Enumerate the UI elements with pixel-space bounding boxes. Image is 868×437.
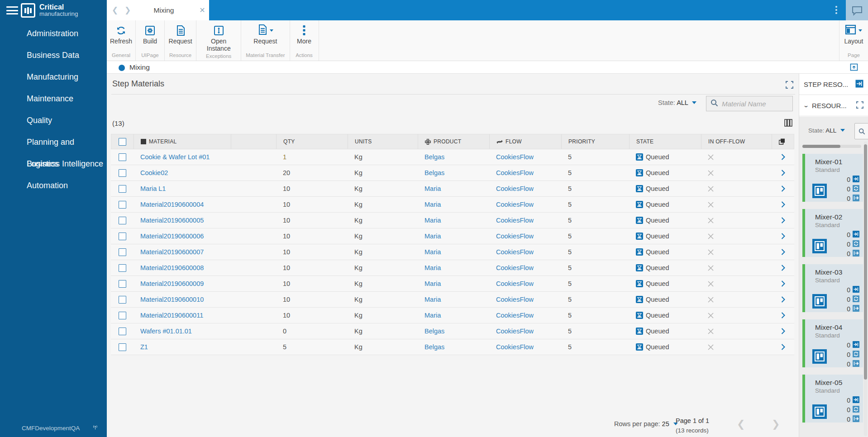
col-state[interactable]: STATE bbox=[630, 134, 701, 149]
product-link[interactable]: Maria bbox=[424, 280, 441, 287]
row-expand-chevron-icon[interactable] bbox=[772, 185, 794, 192]
flow-link[interactable]: CookiesFlow bbox=[496, 217, 534, 224]
row-expand-chevron-icon[interactable] bbox=[772, 265, 794, 271]
row-checkbox[interactable] bbox=[119, 296, 126, 304]
resource-search-box[interactable] bbox=[854, 123, 868, 139]
build-button[interactable]: Build bbox=[143, 20, 157, 51]
resource-state-filter-dropdown[interactable]: State: ALL bbox=[808, 127, 845, 134]
material-link[interactable]: Material20190600006 bbox=[140, 233, 204, 240]
material-link[interactable]: Material20190600005 bbox=[140, 217, 204, 224]
sidebar-item[interactable]: Manufacturing bbox=[0, 66, 107, 88]
row-checkbox[interactable] bbox=[119, 328, 126, 335]
search-input[interactable] bbox=[722, 100, 785, 108]
table-row[interactable]: Material20190600007 10 Kg Maria CookiesF… bbox=[111, 244, 794, 260]
table-row[interactable]: Cookie & Wafer Lot #01 1 Kg Belgas Cooki… bbox=[111, 149, 794, 165]
table-row[interactable]: Material20190600006 10 Kg Maria CookiesF… bbox=[111, 228, 794, 244]
sidebar-item[interactable]: Administration bbox=[0, 23, 107, 44]
product-link[interactable]: Maria bbox=[424, 201, 441, 208]
flow-link[interactable]: CookiesFlow bbox=[496, 169, 534, 176]
row-expand-chevron-icon[interactable] bbox=[772, 249, 794, 255]
row-checkbox[interactable] bbox=[119, 312, 126, 319]
hamburger-menu-icon[interactable] bbox=[6, 6, 18, 15]
table-row[interactable]: Material20190600009 10 Kg Maria CookiesF… bbox=[111, 276, 794, 292]
refresh-button[interactable]: Refresh bbox=[110, 20, 132, 51]
product-link[interactable]: Maria bbox=[424, 296, 441, 303]
row-checkbox[interactable] bbox=[119, 280, 126, 288]
col-qty[interactable]: QTY bbox=[277, 134, 348, 149]
resource-card[interactable]: Mixer-02 Standard 0 bbox=[802, 209, 863, 257]
resource-card[interactable]: Mixer-01 Standard 0 bbox=[802, 154, 863, 202]
product-link[interactable]: Belgas bbox=[424, 343, 444, 351]
sidebar-item[interactable]: Quality bbox=[0, 109, 107, 131]
row-expand-chevron-icon[interactable] bbox=[772, 328, 794, 334]
material-link[interactable]: Material20190600007 bbox=[140, 248, 204, 256]
row-checkbox[interactable] bbox=[119, 153, 126, 161]
flow-link[interactable]: CookiesFlow bbox=[496, 312, 534, 319]
product-link[interactable]: Belgas bbox=[424, 328, 444, 335]
tab-close-icon[interactable]: ✕ bbox=[196, 6, 209, 14]
table-row[interactable]: Material20190600011 10 Kg Maria CookiesF… bbox=[111, 308, 794, 323]
row-expand-chevron-icon[interactable] bbox=[772, 344, 794, 350]
page-prev-icon[interactable]: ❮ bbox=[737, 418, 745, 430]
row-checkbox[interactable] bbox=[119, 264, 126, 272]
col-in-off-flow[interactable]: IN OFF-FLOW bbox=[701, 134, 772, 149]
row-expand-chevron-icon[interactable] bbox=[772, 154, 794, 160]
table-row[interactable]: Wafers #01.01.01 0 Kg Belgas CookiesFlow… bbox=[111, 323, 794, 339]
row-expand-chevron-icon[interactable] bbox=[772, 201, 794, 208]
row-checkbox[interactable] bbox=[119, 185, 126, 193]
page-next-icon[interactable]: ❯ bbox=[772, 418, 780, 430]
row-checkbox[interactable] bbox=[119, 217, 126, 224]
open-panel-icon[interactable] bbox=[855, 80, 863, 89]
resource-card[interactable]: Mixer-05 Standard 0 bbox=[802, 375, 863, 423]
flow-link[interactable]: CookiesFlow bbox=[496, 185, 534, 192]
material-link[interactable]: Material20190600008 bbox=[140, 264, 204, 271]
material-link[interactable]: Cookie & Wafer Lot #01 bbox=[140, 153, 210, 161]
rows-per-page-dropdown[interactable]: Rows per page: 25 bbox=[614, 420, 678, 428]
sidebar-item[interactable]: Maintenance bbox=[0, 88, 107, 109]
col-empty[interactable] bbox=[231, 134, 277, 149]
table-row[interactable]: Material20190600005 10 Kg Maria CookiesF… bbox=[111, 213, 794, 228]
product-link[interactable]: Maria bbox=[424, 185, 441, 192]
expand-panel-icon[interactable] bbox=[856, 101, 863, 110]
topbar-overflow-icon[interactable] bbox=[835, 6, 837, 15]
col-priority[interactable]: PRIORITY bbox=[562, 134, 630, 149]
table-row[interactable]: Cookie02 20 Kg Belgas CookiesFlow 5 Queu… bbox=[111, 165, 794, 181]
row-checkbox[interactable] bbox=[119, 343, 126, 351]
material-link[interactable]: Material20190600010 bbox=[140, 296, 204, 303]
col-product[interactable]: PRODUCT bbox=[418, 134, 490, 149]
nav-back-icon[interactable]: ❮ bbox=[110, 5, 119, 15]
material-link[interactable]: Wafers #01.01.01 bbox=[140, 328, 192, 335]
sidebar-item[interactable]: Planning and Logistics bbox=[0, 131, 107, 153]
chat-bubble-icon[interactable] bbox=[846, 0, 868, 20]
material-link[interactable]: Material20190600011 bbox=[140, 312, 203, 319]
collapse-panel-icon[interactable] bbox=[850, 63, 858, 73]
row-expand-chevron-icon[interactable] bbox=[772, 296, 794, 303]
row-expand-chevron-icon[interactable] bbox=[772, 312, 794, 318]
material-link[interactable]: Material20190600009 bbox=[140, 280, 204, 287]
flow-link[interactable]: CookiesFlow bbox=[496, 201, 534, 208]
col-flow[interactable]: FLOW bbox=[490, 134, 562, 149]
row-expand-chevron-icon[interactable] bbox=[772, 170, 794, 176]
more-button[interactable]: More bbox=[297, 20, 311, 51]
table-row[interactable]: Maria L1 10 Kg Maria CookiesFlow 5 Queue… bbox=[111, 181, 794, 197]
row-checkbox[interactable] bbox=[119, 201, 126, 209]
flow-link[interactable]: CookiesFlow bbox=[496, 280, 534, 287]
flow-link[interactable]: CookiesFlow bbox=[496, 233, 534, 240]
row-checkbox[interactable] bbox=[119, 233, 126, 240]
material-link[interactable]: Material20190600004 bbox=[140, 201, 204, 208]
resource-card[interactable]: Mixer-04 Standard 0 bbox=[802, 319, 863, 367]
row-expand-chevron-icon[interactable] bbox=[772, 280, 794, 287]
vertical-scrollbar[interactable] bbox=[864, 142, 867, 436]
select-all-checkbox[interactable] bbox=[119, 138, 126, 146]
flow-link[interactable]: CookiesFlow bbox=[496, 328, 534, 335]
flow-link[interactable]: CookiesFlow bbox=[496, 248, 534, 256]
product-link[interactable]: Maria bbox=[424, 264, 441, 271]
flow-link[interactable]: CookiesFlow bbox=[496, 264, 534, 271]
open-instance-button[interactable]: Open Instance bbox=[199, 20, 238, 52]
product-link[interactable]: Maria bbox=[424, 233, 441, 240]
material-link[interactable]: Maria L1 bbox=[140, 185, 166, 192]
nav-forward-icon[interactable]: ❯ bbox=[123, 5, 132, 15]
table-row[interactable]: Z1 5 Kg Belgas CookiesFlow 5 Queued bbox=[111, 339, 794, 355]
sidebar-item[interactable]: Business Intelligence bbox=[0, 153, 107, 175]
flow-link[interactable]: CookiesFlow bbox=[496, 343, 534, 351]
